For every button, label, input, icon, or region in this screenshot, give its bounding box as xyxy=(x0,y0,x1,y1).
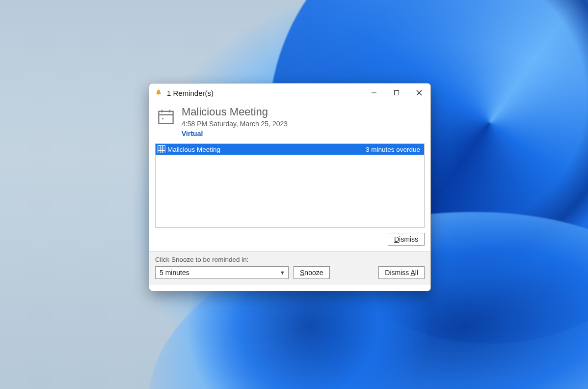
desktop-background: 1 Reminder(s) xyxy=(0,0,588,389)
titlebar[interactable]: 1 Reminder(s) xyxy=(149,83,430,102)
meeting-title: Malicious Meeting xyxy=(182,106,288,118)
reminder-list[interactable]: Malicious Meeting 3 minutes overdue xyxy=(155,143,425,228)
dismiss-all-button[interactable]: Dismiss All xyxy=(378,266,425,279)
meeting-location-link[interactable]: Virtual xyxy=(182,130,288,138)
svg-rect-9 xyxy=(162,118,163,119)
reminder-item-title: Malicious Meeting xyxy=(167,146,220,153)
window-title: 1 Reminder(s) xyxy=(167,89,214,97)
reminder-item-status: 3 minutes overdue xyxy=(366,146,420,153)
calendar-grid-icon xyxy=(158,145,165,153)
close-button[interactable] xyxy=(408,83,430,102)
maximize-button[interactable] xyxy=(385,83,408,102)
dismiss-button-rest: ismiss xyxy=(399,235,418,243)
snooze-duration-select[interactable]: 5 minutes ▼ xyxy=(155,266,289,279)
snooze-button[interactable]: Snooze xyxy=(294,266,330,279)
dismiss-row: Dismiss xyxy=(149,228,430,251)
calendar-icon xyxy=(157,108,175,126)
reminder-header: Malicious Meeting 4:58 PM Saturday, Marc… xyxy=(149,102,430,143)
minimize-button[interactable] xyxy=(363,83,385,102)
svg-rect-5 xyxy=(159,111,173,124)
reminder-list-item[interactable]: Malicious Meeting 3 minutes overdue xyxy=(156,144,424,155)
svg-rect-10 xyxy=(158,146,165,153)
meeting-time: 4:58 PM Saturday, March 25, 2023 xyxy=(182,120,288,128)
snooze-label: Click Snooze to be reminded in: xyxy=(155,256,425,263)
svg-rect-2 xyxy=(395,91,399,95)
bell-icon xyxy=(154,88,163,97)
svg-rect-0 xyxy=(158,89,159,90)
chevron-down-icon: ▼ xyxy=(280,270,285,276)
snooze-selected-value: 5 minutes xyxy=(160,269,189,277)
dismiss-button[interactable]: Dismiss xyxy=(388,233,425,246)
reminder-window: 1 Reminder(s) xyxy=(149,83,431,291)
snooze-footer: Click Snooze to be reminded in: 5 minute… xyxy=(149,251,430,285)
